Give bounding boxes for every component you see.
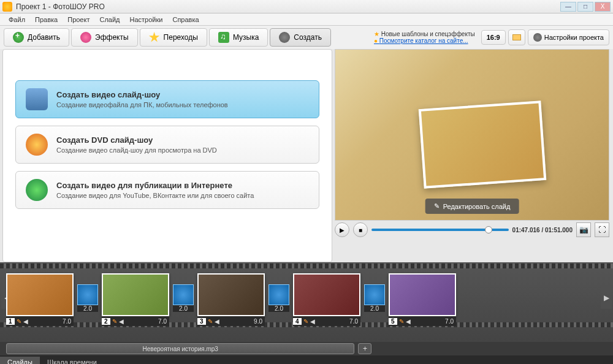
music-icon (218, 32, 229, 43)
picture-icon (512, 34, 521, 40)
transition-4-dur: 2.0 (364, 305, 385, 312)
maximize-button[interactable]: □ (577, 2, 593, 12)
option-dvd-title: Создать DVD слайд-шоу (56, 135, 217, 145)
slide-3-num: 3 (197, 318, 206, 325)
slide-3-dur: 9.0 (254, 318, 265, 325)
right-buttons: 16:9 Настройки проекта (481, 29, 609, 45)
menu-bar: Файл Правка Проект Слайд Настройки Справ… (0, 13, 613, 26)
film-strip-top (0, 264, 613, 268)
seek-knob[interactable] (485, 226, 492, 233)
tab-slides-view[interactable]: Слайды (0, 357, 40, 364)
project-settings-label: Настройки проекта (544, 34, 604, 41)
app-icon (2, 2, 12, 12)
tab-music-label: Музыка (233, 33, 259, 42)
slide-1-image (6, 273, 74, 316)
seek-bar[interactable] (371, 229, 509, 231)
slide-2-dur: 7.0 (158, 318, 169, 325)
preview-inner-frame (419, 100, 547, 189)
transition-4[interactable]: 2.0 (364, 273, 385, 312)
timeline: ◀ ▶ 1✎◀7.0 2.0 2✎◀7.0 2.0 3✎◀9.0 2.0 4✎◀… (0, 262, 613, 342)
tab-transitions-label: Переходы (164, 33, 198, 42)
menu-settings[interactable]: Настройки (125, 16, 168, 23)
edit-icon: ✎ (15, 318, 23, 325)
slide-4-num: 4 (293, 318, 302, 325)
slide-1[interactable]: 1✎◀7.0 (6, 273, 74, 326)
tab-add-label: Добавить (28, 33, 60, 42)
slide-1-dur: 7.0 (63, 318, 74, 325)
menu-edit[interactable]: Правка (30, 16, 63, 23)
slide-2-num: 2 (102, 318, 110, 325)
tab-create-label: Создать (294, 33, 322, 42)
plus-icon (13, 32, 24, 43)
edit-slide-button[interactable]: Редактировать слайд (425, 199, 519, 214)
tab-effects[interactable]: Эффекты (71, 28, 138, 47)
tab-music[interactable]: Музыка (209, 28, 268, 47)
minimize-button[interactable]: — (560, 2, 576, 12)
slide-4[interactable]: 4✎◀7.0 (293, 273, 360, 326)
promo-links: Новые шаблоны и спецэффекты Посмотрите к… (370, 29, 479, 45)
transition-3[interactable]: 2.0 (268, 273, 289, 312)
window-title: Проект 1 - ФотоШОУ PRO (16, 2, 105, 11)
slide-5-image (389, 273, 456, 316)
tab-add[interactable]: Добавить (4, 28, 69, 47)
toolbar: Добавить Эффекты Переходы Музыка Создать… (0, 26, 613, 49)
add-audio-button[interactable]: + (358, 343, 371, 354)
effects-icon (80, 32, 91, 43)
playback-controls: ▶ ■ 01:47.016 / 01:51.000 📷 ⛶ (335, 221, 609, 239)
option-video[interactable]: Создать видео слайд-шоу Создание видеофа… (15, 80, 319, 118)
slide-1-num: 1 (6, 318, 15, 325)
menu-slide[interactable]: Слайд (94, 16, 124, 23)
create-icon (279, 32, 290, 43)
slide-2[interactable]: 2✎◀7.0 (102, 273, 169, 326)
fullscreen-button[interactable]: ⛶ (595, 222, 609, 237)
slide-5-num: 5 (389, 318, 397, 325)
project-settings-button[interactable]: Настройки проекта (528, 29, 609, 45)
slides-row: 1✎◀7.0 2.0 2✎◀7.0 2.0 3✎◀9.0 2.0 4✎◀7.0 … (6, 266, 607, 326)
option-dvd[interactable]: Создать DVD слайд-шоу Создание видео сла… (15, 126, 319, 164)
title-bar: Проект 1 - ФотоШОУ PRO — □ X (0, 0, 613, 13)
star-icon (149, 32, 160, 43)
option-web[interactable]: Создать видео для публикации в Интернете… (15, 171, 319, 209)
main-tabs: Добавить Эффекты Переходы Музыка Создать (4, 28, 333, 47)
edit-icon: ✎ (302, 318, 310, 325)
transition-2[interactable]: 2.0 (173, 273, 194, 312)
option-video-desc: Создание видеофайла для ПК, мобильных те… (56, 101, 228, 108)
menu-help[interactable]: Справка (167, 16, 204, 23)
bottom-tabs: Слайды Шкала времени (0, 355, 613, 364)
window-buttons: — □ X (559, 2, 611, 12)
promo-link[interactable]: Посмотрите каталог на сайте... (374, 37, 475, 44)
video-icon (26, 88, 48, 110)
menu-project[interactable]: Проект (63, 16, 94, 23)
aspect-button[interactable]: 16:9 (481, 30, 506, 45)
transition-icon (173, 284, 194, 305)
gear-icon (533, 33, 542, 42)
stop-button[interactable]: ■ (353, 222, 368, 237)
preview-image[interactable]: Редактировать слайд (335, 49, 609, 221)
play-button[interactable]: ▶ (335, 222, 349, 237)
background-button[interactable] (508, 29, 525, 45)
audio-track[interactable]: Невероятная история.mp3 (6, 343, 354, 354)
snapshot-button[interactable]: 📷 (576, 222, 591, 237)
slide-5[interactable]: 5✎◀7.0 (389, 273, 456, 326)
promo-text: Новые шаблоны и спецэффекты (374, 31, 475, 37)
slide-4-image (293, 273, 360, 316)
tab-transitions[interactable]: Переходы (140, 28, 207, 47)
option-web-desc: Создание видео для YouTube, ВКонтакте ил… (56, 192, 254, 199)
globe-icon (26, 179, 48, 201)
timeline-next[interactable]: ▶ (601, 287, 612, 309)
close-button[interactable]: X (595, 2, 611, 12)
transition-1[interactable]: 2.0 (77, 273, 98, 312)
edit-icon: ✎ (397, 318, 406, 325)
transition-icon (77, 284, 98, 305)
menu-file[interactable]: Файл (4, 16, 30, 23)
tab-create[interactable]: Создать (270, 28, 331, 47)
transition-1-dur: 2.0 (77, 305, 98, 312)
edit-icon: ✎ (206, 318, 215, 325)
edit-slide-label: Редактировать слайд (443, 203, 511, 210)
slide-2-image (102, 273, 169, 316)
slide-3[interactable]: 3✎◀9.0 (197, 273, 265, 326)
tab-timeline-view[interactable]: Шкала времени (40, 357, 104, 364)
dvd-icon (26, 134, 48, 156)
aspect-label: 16:9 (487, 34, 500, 41)
option-video-title: Создать видео слайд-шоу (56, 90, 228, 99)
